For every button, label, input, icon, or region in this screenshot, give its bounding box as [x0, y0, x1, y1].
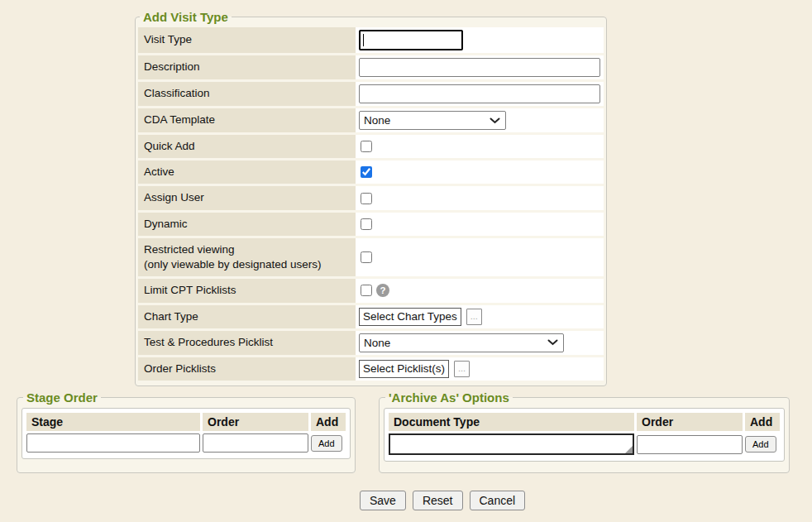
save-button[interactable]: Save — [360, 491, 406, 510]
text-caret — [363, 34, 364, 46]
active-checkbox[interactable] — [361, 166, 372, 178]
assign-user-label: Assign User — [138, 186, 356, 209]
question-mark-icon[interactable]: ? — [376, 284, 389, 297]
cda-template-select[interactable]: None — [359, 111, 506, 130]
quick-add-checkbox[interactable] — [361, 141, 372, 152]
reset-button[interactable]: Reset — [413, 491, 463, 510]
row-classification: Classification — [138, 82, 604, 106]
cancel-button[interactable]: Cancel — [470, 491, 526, 510]
chart-type-cell: Select Chart Types ... — [356, 305, 604, 328]
stage-column-header: Stage — [26, 413, 200, 431]
dynamic-checkbox[interactable] — [361, 218, 372, 230]
form-actions: Save Reset Cancel — [360, 491, 525, 510]
chart-type-label: Chart Type — [138, 305, 356, 328]
document-type-column-header: Document Type — [389, 413, 634, 431]
order-column-header: Order — [637, 413, 743, 431]
stage-order-input-row: Add — [26, 433, 346, 453]
dynamic-label: Dynamic — [138, 213, 356, 236]
classification-input[interactable] — [359, 84, 600, 103]
page: Add Visit Type Visit Type Description Cl… — [0, 0, 812, 522]
archive-as-input-row: Add — [389, 433, 780, 455]
order-picklists-label: Order Picklists — [138, 357, 356, 381]
test-procedures-cell: None — [356, 331, 604, 355]
row-order-picklists: Order Picklists Select Picklist(s) ... — [138, 357, 604, 381]
stage-order-section: Stage Order Stage Order Add Add — [17, 390, 356, 473]
order-picklists-cell: Select Picklist(s) ... — [356, 357, 604, 381]
chevron-down-icon — [490, 117, 500, 124]
order-column-header: Order — [203, 413, 308, 431]
restricted-viewing-label: Restricted viewing (only viewable by des… — [138, 238, 356, 276]
archive-as-header-row: Document Type Order Add — [389, 413, 780, 431]
test-procedures-select[interactable]: None — [359, 333, 564, 352]
visit-type-input[interactable] — [359, 30, 463, 50]
limit-cpt-checkbox[interactable] — [361, 285, 372, 296]
archive-add-button[interactable]: Add — [745, 436, 776, 453]
row-limit-cpt-picklists: Limit CPT Picklists ? — [138, 279, 604, 302]
row-test-procedures-picklist: Test & Procedures Picklist None — [138, 331, 604, 355]
row-assign-user: Assign User — [138, 186, 604, 209]
cda-template-cell: None — [356, 108, 604, 132]
row-chart-type: Chart Type Select Chart Types ... — [138, 305, 604, 328]
dynamic-cell — [356, 213, 604, 236]
visit-type-cell — [356, 27, 604, 53]
archive-as-options-section: 'Archive As' Options Document Type Order… — [379, 390, 790, 473]
test-procedures-label: Test & Procedures Picklist — [138, 331, 356, 355]
add-column-header: Add — [745, 413, 780, 431]
archive-order-input[interactable] — [637, 435, 743, 454]
stage-input[interactable] — [26, 433, 200, 453]
stage-order-panel: Stage Order Add Add — [21, 408, 351, 459]
row-dynamic: Dynamic — [138, 213, 604, 236]
assign-user-cell — [356, 186, 604, 209]
stage-order-input[interactable] — [203, 433, 308, 453]
add-column-header: Add — [311, 413, 346, 431]
restricted-viewing-label-line2: (only viewable by designated users) — [144, 257, 352, 272]
restricted-viewing-checkbox[interactable] — [361, 251, 372, 263]
chart-type-picker-button[interactable]: ... — [466, 309, 482, 325]
description-label: Description — [138, 55, 356, 79]
classification-cell — [356, 82, 604, 106]
active-cell — [356, 160, 604, 184]
limit-cpt-label: Limit CPT Picklists — [138, 279, 356, 302]
order-picklists-picker-button[interactable]: ... — [454, 361, 470, 377]
stage-order-legend: Stage Order — [23, 390, 101, 405]
resize-grip-icon — [625, 446, 633, 453]
row-restricted-viewing: Restricted viewing (only viewable by des… — [138, 238, 604, 276]
quick-add-cell — [356, 135, 604, 158]
stage-add-button[interactable]: Add — [311, 435, 342, 452]
add-visit-type-section: Add Visit Type Visit Type Description Cl… — [135, 10, 607, 386]
test-procedures-selected-value: None — [364, 337, 390, 349]
active-label: Active — [138, 160, 356, 184]
limit-cpt-cell: ? — [356, 279, 604, 302]
classification-label: Classification — [138, 82, 356, 106]
description-cell — [356, 55, 604, 79]
row-cda-template: CDA Template None — [138, 108, 604, 132]
order-picklists-display: Select Picklist(s) — [359, 360, 449, 378]
stage-order-header-row: Stage Order Add — [26, 413, 346, 431]
row-visit-type: Visit Type — [138, 27, 604, 53]
assign-user-checkbox[interactable] — [361, 193, 372, 204]
chevron-down-icon — [547, 339, 558, 346]
row-description: Description — [138, 55, 604, 79]
cda-template-selected-value: None — [364, 114, 390, 127]
chart-type-display: Select Chart Types — [359, 308, 461, 326]
archive-as-legend: 'Archive As' Options — [385, 390, 513, 405]
quick-add-label: Quick Add — [138, 135, 356, 158]
row-quick-add: Quick Add — [138, 135, 604, 158]
description-input[interactable] — [359, 58, 600, 77]
cda-template-label: CDA Template — [138, 108, 356, 132]
visit-type-label: Visit Type — [138, 27, 356, 53]
restricted-viewing-label-line1: Restricted viewing — [144, 242, 352, 257]
row-active: Active — [138, 160, 604, 184]
restricted-viewing-cell — [356, 238, 604, 276]
document-type-combobox[interactable] — [389, 433, 634, 455]
archive-as-panel: Document Type Order Add Add — [384, 408, 785, 462]
add-visit-type-legend: Add Visit Type — [140, 10, 232, 24]
